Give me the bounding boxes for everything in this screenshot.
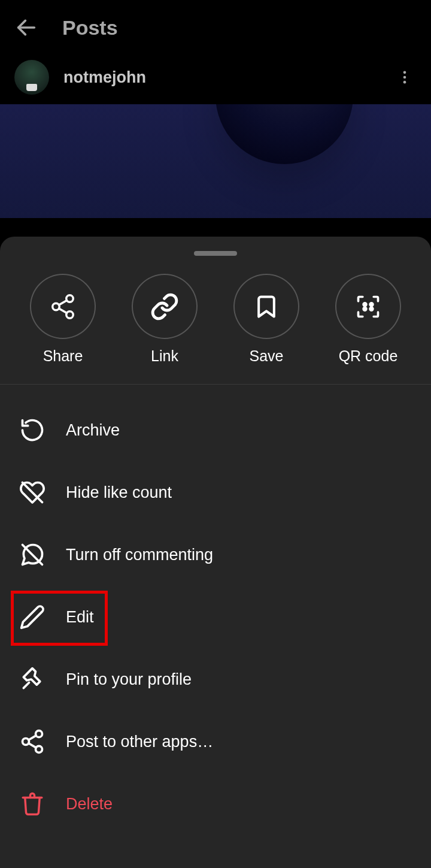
- menu-item-pin[interactable]: Pin to your profile: [0, 648, 431, 710]
- svg-line-20: [29, 736, 37, 740]
- arrow-left-icon: [14, 16, 38, 40]
- svg-line-8: [59, 300, 66, 305]
- quick-actions-row: Share Link Save QR code: [0, 274, 431, 385]
- menu-label: Pin to your profile: [66, 670, 192, 689]
- menu-label: Hide like count: [66, 483, 172, 502]
- action-sheet: Share Link Save QR code Archive: [0, 237, 431, 868]
- avatar[interactable]: [14, 60, 49, 95]
- svg-point-2: [403, 76, 406, 79]
- menu-label: Archive: [66, 421, 120, 440]
- link-icon: [150, 292, 179, 321]
- post-image-content: [216, 104, 353, 164]
- menu-item-archive[interactable]: Archive: [0, 399, 431, 461]
- qr-icon: [355, 294, 381, 320]
- qr-action[interactable]: QR code: [326, 274, 410, 365]
- archive-icon: [19, 417, 45, 443]
- pencil-icon: [19, 604, 45, 630]
- menu-item-edit[interactable]: Edit: [0, 586, 431, 648]
- share-action[interactable]: Share: [21, 274, 105, 365]
- svg-point-9: [363, 303, 366, 306]
- action-label: Share: [43, 347, 83, 365]
- svg-line-15: [23, 683, 29, 688]
- menu-item-hide-likes[interactable]: Hide like count: [0, 461, 431, 524]
- menu-item-turn-off-commenting[interactable]: Turn off commenting: [0, 524, 431, 586]
- back-button[interactable]: [14, 16, 38, 40]
- svg-line-7: [59, 308, 66, 313]
- svg-point-12: [370, 307, 373, 310]
- comment-off-icon: [19, 541, 45, 568]
- post-image[interactable]: [0, 104, 431, 218]
- action-label: Save: [250, 347, 284, 365]
- save-icon: [253, 294, 280, 320]
- more-options-button[interactable]: [393, 65, 417, 89]
- post-author-row: notmejohn: [0, 55, 431, 104]
- save-action[interactable]: Save: [224, 274, 308, 365]
- heart-off-icon: [19, 478, 45, 507]
- username[interactable]: notmejohn: [63, 68, 146, 87]
- header: Posts: [0, 0, 431, 55]
- page-title: Posts: [62, 16, 118, 40]
- share-alt-icon: [19, 728, 45, 755]
- more-vertical-icon: [396, 69, 413, 86]
- share-icon: [49, 293, 77, 320]
- pin-icon: [19, 666, 45, 692]
- trash-icon: [20, 791, 45, 816]
- menu-item-delete[interactable]: Delete: [0, 773, 431, 835]
- menu-label: Post to other apps…: [66, 733, 213, 751]
- menu-label: Turn off commenting: [66, 546, 213, 564]
- action-label: QR code: [339, 347, 398, 365]
- menu-label: Edit: [66, 608, 94, 627]
- svg-point-11: [363, 307, 366, 310]
- link-action[interactable]: Link: [123, 274, 207, 365]
- svg-line-19: [29, 743, 37, 748]
- svg-point-3: [403, 81, 406, 84]
- menu-item-post-other-apps[interactable]: Post to other apps…: [0, 710, 431, 773]
- svg-point-1: [403, 71, 406, 74]
- svg-point-10: [370, 303, 373, 306]
- action-label: Link: [151, 347, 178, 365]
- menu-list: Archive Hide like count Turn off comment…: [0, 385, 431, 849]
- drag-handle[interactable]: [194, 251, 237, 256]
- menu-label: Delete: [66, 795, 113, 813]
